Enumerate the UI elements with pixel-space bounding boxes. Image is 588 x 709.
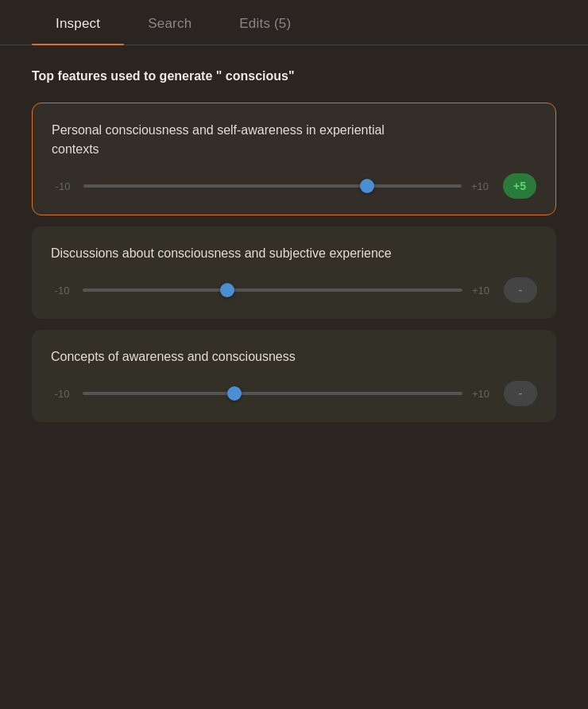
card-1-icons <box>519 124 536 127</box>
card-2-thumb[interactable] <box>220 283 234 297</box>
card-2-slider-wrapper[interactable] <box>83 289 462 292</box>
card-2-book-button[interactable] <box>534 247 537 250</box>
tab-search[interactable]: Search <box>124 0 215 45</box>
card-1-header: Personal consciousness and self-awarenes… <box>52 121 536 159</box>
tab-inspect[interactable]: Inspect <box>32 0 124 45</box>
card-3-book-button[interactable] <box>534 351 537 354</box>
card-1-min-label: -10 <box>52 180 74 192</box>
card-1-book-button[interactable] <box>519 124 522 127</box>
card-3-min-label: -10 <box>51 388 73 400</box>
main-content: Top features used to generate " consciou… <box>0 45 588 455</box>
card-3-icons <box>534 351 537 354</box>
card-2-max-label: +10 <box>472 285 494 296</box>
card-2-slider-area: -10 +10 - <box>51 277 537 303</box>
card-3-slider-area: -10 +10 - <box>51 381 537 406</box>
card-3-max-label: +10 <box>472 388 494 400</box>
card-2-icons <box>534 247 537 250</box>
card-1-badge: +5 <box>503 173 536 199</box>
card-1-max-label: +10 <box>471 180 493 192</box>
card-1-title: Personal consciousness and self-awarenes… <box>52 121 416 159</box>
card-2-min-label: -10 <box>51 285 73 296</box>
card-1-track <box>83 184 462 188</box>
tab-bar: Inspect Search Edits (5) <box>0 0 588 45</box>
card-1-slider-wrapper[interactable] <box>83 184 462 188</box>
app-container: Inspect Search Edits (5) Top features us… <box>0 0 588 709</box>
card-3-title: Concepts of awareness and consciousness <box>51 347 296 366</box>
card-3-track <box>83 392 462 395</box>
card-3-header: Concepts of awareness and consciousness <box>51 347 537 366</box>
card-3-thumb[interactable] <box>227 386 242 401</box>
card-3-badge: - <box>504 381 537 406</box>
card-1-close-button[interactable] <box>533 124 536 127</box>
card-3-slider-wrapper[interactable] <box>83 392 462 395</box>
feature-card-2: Discussions about consciousness and subj… <box>32 227 556 319</box>
card-1-slider-area: -10 +10 +5 <box>52 173 536 199</box>
section-title: Top features used to generate " consciou… <box>32 68 556 85</box>
card-2-title: Discussions about consciousness and subj… <box>51 244 392 263</box>
tab-edits[interactable]: Edits (5) <box>215 0 315 45</box>
card-2-track <box>83 289 462 292</box>
card-2-header: Discussions about consciousness and subj… <box>51 244 537 263</box>
card-1-thumb[interactable] <box>360 179 374 193</box>
feature-card-3: Concepts of awareness and consciousness … <box>32 330 556 422</box>
card-2-badge: - <box>504 277 537 303</box>
feature-card-1: Personal consciousness and self-awarenes… <box>32 103 556 215</box>
